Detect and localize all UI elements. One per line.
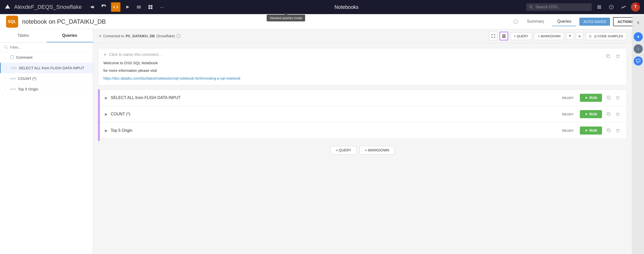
comment-block[interactable]: ▼ Click to name this comment... Welcome … [98, 48, 627, 85]
more-button[interactable]: ··· [157, 2, 167, 12]
query-blocks-group: ▶ SELECT ALL from FLIGH DATA INPUT READY… [98, 89, 627, 141]
braces-icon: {} [589, 34, 593, 38]
share-button[interactable] [88, 2, 97, 12]
sidebar-item-query-3[interactable]: ⋮ </> Top 5 Origin [0, 84, 93, 94]
query-block-1[interactable]: ▶ SELECT ALL from FLIGH DATA INPUT READY… [100, 89, 627, 106]
code-samples-button[interactable]: {} {} CODE SAMPLES [585, 32, 627, 40]
sidebar: Tables Queries ⋮ Comment ⋮ </> SELECT AL… [0, 29, 93, 254]
sidebar-item-query-1[interactable]: ⋮ </> SELECT ALL from FLIGH DATA INPUT [0, 63, 93, 73]
svg-point-10 [599, 5, 600, 6]
svg-point-16 [599, 8, 600, 9]
refresh-button[interactable] [99, 2, 109, 12]
svg-text:i: i [178, 35, 179, 38]
user-avatar[interactable]: T [631, 3, 640, 12]
query-block-3[interactable]: ▶ Top 5 Origin READY RUN [100, 122, 627, 139]
sidebar-item-query-2[interactable]: ⋮ </> COUNT (*) [0, 73, 93, 84]
nav-title: Notebooks [335, 4, 359, 10]
run-button-3[interactable]: RUN [580, 126, 602, 135]
connected-label: Connected to [103, 34, 124, 38]
search-input[interactable] [535, 5, 586, 9]
code-icon-2: </> [10, 77, 16, 80]
svg-point-11 [600, 5, 601, 6]
apps-grid-button[interactable] [595, 3, 604, 12]
layers-button[interactable] [134, 2, 144, 12]
copy-query-button-3[interactable] [605, 127, 613, 134]
add-markdown-bottom-button[interactable]: + MARKDOWN [359, 146, 394, 154]
notification-badge [637, 3, 640, 5]
queries-tab-sidebar[interactable]: Queries [47, 29, 93, 42]
drag-handle-icon: ⋮ [5, 66, 8, 70]
summary-tab[interactable]: Summary [522, 17, 549, 26]
query-block-2[interactable]: ▶ COUNT (*) READY RUN [100, 106, 627, 122]
query-header-3: ▶ Top 5 Origin READY RUN [100, 122, 627, 139]
copy-comment-button[interactable] [605, 52, 612, 60]
sidebar-tabs: Tables Queries [0, 29, 93, 43]
svg-rect-26 [502, 35, 506, 35]
grid-button[interactable] [146, 2, 155, 12]
comment-placeholder: Click to name this comment... [109, 52, 162, 57]
db-name: PC_DATAIKU_DB [126, 34, 155, 38]
sidebar-item-comment[interactable]: ⋮ Comment [0, 52, 93, 63]
svg-point-15 [597, 8, 598, 9]
fullscreen-button[interactable] [489, 32, 498, 40]
code-editor-button[interactable] [111, 2, 120, 12]
add-query-bottom-button[interactable]: + QUERY [331, 146, 357, 154]
drag-handle-icon: ⋮ [4, 87, 7, 91]
svg-point-7 [530, 5, 532, 8]
query-expand-icon-1[interactable]: ▶ [105, 96, 108, 100]
search-icon [529, 5, 533, 9]
svg-point-17 [600, 8, 601, 9]
top-nav: AlexdeF_DEQS_Snowflake ··· Notebooks [0, 0, 644, 14]
run-button-2[interactable]: RUN [580, 110, 602, 118]
query-status-2: READY [562, 112, 574, 116]
help-button[interactable]: ? [607, 3, 616, 12]
queries-tab[interactable]: Queries [552, 17, 576, 26]
copy-query-button-1[interactable] [605, 94, 613, 102]
query-actions-3 [605, 127, 622, 134]
chat-sidebar-button[interactable] [634, 56, 643, 66]
sidebar-filter[interactable] [0, 43, 93, 52]
svg-rect-6 [151, 7, 152, 9]
move-up-button[interactable] [566, 32, 574, 40]
query-status-1: READY [562, 96, 574, 100]
filter-input[interactable] [10, 45, 89, 49]
sql-badge: SQL [6, 16, 18, 28]
sidebar-item-label: COUNT (*) [18, 76, 36, 81]
run-button-1[interactable]: RUN [580, 94, 602, 102]
comment-actions [605, 52, 622, 60]
delete-query-button-3[interactable] [614, 127, 622, 134]
add-item-button[interactable] [634, 32, 643, 41]
svg-text:?: ? [611, 6, 612, 9]
delete-comment-button[interactable] [614, 52, 622, 60]
autosaved-button[interactable]: AUTO-SAVED [579, 18, 610, 26]
comment-line2: for more information please visit [103, 68, 622, 74]
stacked-mode-button[interactable] [500, 32, 508, 40]
search-box[interactable] [526, 3, 592, 11]
run-button[interactable] [123, 2, 132, 12]
add-markdown-button[interactable]: + MARKDOWN [534, 32, 564, 40]
info-sidebar-button[interactable]: i [634, 44, 643, 53]
copy-query-button-2[interactable] [605, 110, 613, 118]
comment-expand-icon: ▼ [103, 53, 107, 57]
connection-info-icon: i [176, 34, 180, 38]
code-icon-3: </> [10, 87, 16, 91]
move-down-button[interactable] [576, 32, 583, 40]
query-title-2: COUNT (*) [111, 112, 559, 116]
comment-link[interactable]: https://doc.dataiku.com/dss/latest/noteb… [103, 76, 622, 81]
query-expand-icon-2[interactable]: ▶ [105, 112, 108, 116]
delete-query-button-1[interactable] [614, 94, 622, 102]
back-arrow-button[interactable] [632, 15, 644, 30]
analytics-button[interactable] [619, 3, 628, 12]
nav-right: ? T [526, 3, 640, 12]
add-query-button[interactable]: + QUERY [510, 32, 532, 40]
info-icon: i [513, 19, 518, 24]
query-title-1: SELECT ALL from FLIGH DATA INPUT [111, 96, 559, 100]
query-expand-icon-3[interactable]: ▶ [105, 129, 108, 133]
notebook-toolbar: Connected to PC_DATAIKU_DB (Snowflake) i… [93, 29, 632, 43]
query-status-3: READY [562, 129, 574, 133]
tables-tab[interactable]: Tables [0, 29, 47, 42]
delete-query-button-2[interactable] [614, 110, 622, 118]
query-blocks-inner: ▶ SELECT ALL from FLIGH DATA INPUT READY… [100, 89, 627, 141]
sidebar-list: ⋮ Comment ⋮ </> SELECT ALL from FLIGH DA… [0, 52, 93, 254]
svg-point-12 [597, 7, 598, 8]
